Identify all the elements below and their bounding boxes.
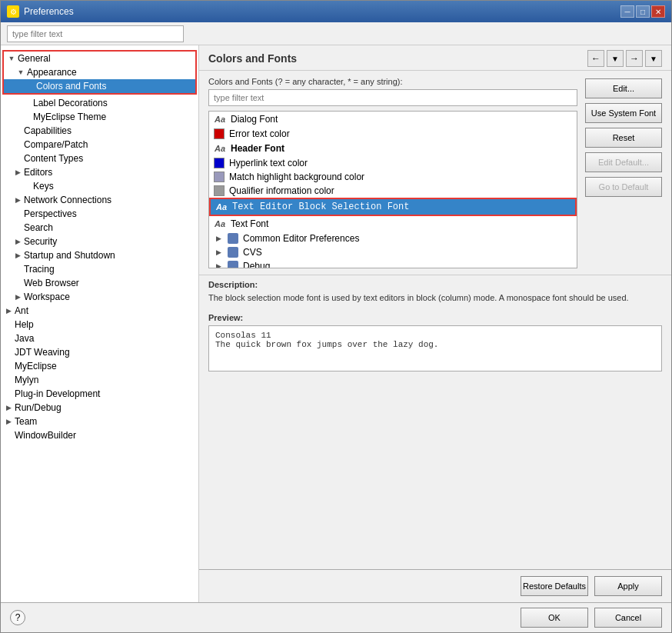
sidebar-filter-input[interactable] <box>7 25 184 42</box>
font-item-label: Debug <box>243 261 270 268</box>
font-item-error-color[interactable]: Error text color <box>209 127 577 141</box>
expand-icon: ▶ <box>4 403 13 412</box>
restore-defaults-button[interactable]: Restore Defaults <box>521 576 588 596</box>
font-item-dialog[interactable]: Aa Dialog Font <box>209 112 577 127</box>
sidebar-item-label: Content Types <box>24 153 83 164</box>
apply-button[interactable]: Apply <box>594 576 662 596</box>
sidebar-item-appearance[interactable]: ▼ Appearance <box>4 65 195 79</box>
font-item-match-highlight[interactable]: Match highlight background color <box>209 170 577 184</box>
title-bar: ⚙ Preferences ─ □ ✕ <box>1 1 671 22</box>
font-type-icon: Aa <box>215 201 228 213</box>
sidebar-item-label: Team <box>15 416 37 427</box>
sidebar-item-mylyn[interactable]: ▶ Mylyn <box>1 373 198 387</box>
maximize-button[interactable]: □ <box>636 5 650 18</box>
panel-body: Colors and Fonts (? = any character, * =… <box>199 71 671 275</box>
font-item-label: CVS <box>243 247 262 258</box>
sidebar-item-plugin-development[interactable]: ▶ Plug-in Development <box>1 387 198 401</box>
fonts-list: Aa Dialog Font Error text color Aa Heade… <box>208 111 577 268</box>
sidebar-item-workspace[interactable]: ▶ Workspace <box>1 290 198 304</box>
group-icon <box>228 233 238 244</box>
expand-icon: ▶ <box>4 417 13 426</box>
cancel-button[interactable]: Cancel <box>594 608 662 628</box>
sidebar-item-label: Compare/Patch <box>24 139 88 150</box>
font-item-qualifier-info[interactable]: Qualifier information color <box>209 184 577 198</box>
font-type-icon: Aa <box>214 113 226 125</box>
dialog-footer: ? OK Cancel <box>1 602 671 632</box>
color-swatch <box>214 158 225 168</box>
description-label: Description: <box>208 280 662 289</box>
sidebar-item-java[interactable]: ▶ Java <box>1 331 198 345</box>
sidebar-item-label: Ant <box>15 305 28 316</box>
minimize-button[interactable]: ─ <box>620 5 634 18</box>
menu-button[interactable]: ▼ <box>645 50 662 67</box>
sidebar-item-keys[interactable]: ▶ Keys <box>1 179 198 193</box>
font-item-common-editor[interactable]: ▶ Common Editor Preferences <box>209 232 577 245</box>
sidebar-item-label: Keys <box>33 181 54 192</box>
sidebar-item-ant[interactable]: ▶ Ant <box>1 304 198 318</box>
group-icon <box>228 247 238 258</box>
sidebar-item-label: Run/Debug <box>15 402 62 413</box>
font-item-cvs[interactable]: ▶ CVS <box>209 245 577 259</box>
spacer <box>199 378 671 569</box>
panel-title: Colors and Fonts <box>208 52 297 65</box>
sidebar-item-perspectives[interactable]: ▶ Perspectives <box>1 207 198 221</box>
sidebar-item-myeclipse[interactable]: ▶ MyEclipse <box>1 359 198 373</box>
sidebar-item-tracing[interactable]: ▶ Tracing <box>1 262 198 276</box>
sidebar-item-security[interactable]: ▶ Security <box>1 235 198 248</box>
font-type-icon: Aa <box>214 142 226 155</box>
forward-button[interactable]: → <box>626 50 643 67</box>
back-button[interactable]: ← <box>587 50 604 67</box>
sidebar-item-startup-shutdown[interactable]: ▶ Startup and Shutdown <box>1 248 198 262</box>
group-icon <box>228 261 238 268</box>
sidebar-item-label: MyEclipse <box>15 361 57 371</box>
edit-default-button[interactable]: Edit Default... <box>585 152 662 172</box>
sidebar-item-label: Appearance <box>27 67 77 78</box>
use-system-font-button[interactable]: Use System Font <box>585 103 662 123</box>
sidebar-item-editors[interactable]: ▶ Editors <box>1 165 198 179</box>
sidebar-item-team[interactable]: ▶ Team <box>1 415 198 428</box>
sidebar-item-label-decorations[interactable]: ▶ Label Decorations <box>1 96 198 110</box>
sidebar-item-general[interactable]: ▼ General <box>4 52 195 65</box>
go-to-default-button[interactable]: Go to Default <box>585 177 662 197</box>
font-item-label: Header Font <box>231 143 284 154</box>
sidebar-item-label: Search <box>24 222 53 233</box>
sidebar-item-content-types[interactable]: ▶ Content Types <box>1 152 198 165</box>
sidebar-item-label: General <box>18 53 51 64</box>
expand-icon: ▶ <box>13 237 22 246</box>
font-item-debug[interactable]: ▶ Debug <box>209 259 577 268</box>
right-panel: Colors and Fonts ← ▼ → ▼ Colors and Font… <box>199 45 671 602</box>
help-button[interactable]: ? <box>10 610 25 625</box>
font-item-header-font[interactable]: Aa Header Font <box>209 141 577 156</box>
main-content: ▼ General ▼ Appearance ▶ Colors and Font… <box>1 45 671 602</box>
font-item-text-font[interactable]: Aa Text Font <box>209 216 577 232</box>
font-item-label: Text Font <box>231 218 268 229</box>
preview-label: Preview: <box>208 313 662 322</box>
dropdown-button[interactable]: ▼ <box>607 50 624 67</box>
sidebar-item-compare-patch[interactable]: ▶ Compare/Patch <box>1 138 198 152</box>
sidebar-item-capabilities[interactable]: ▶ Capabilities <box>1 124 198 138</box>
font-item-label: Match highlight background color <box>229 172 364 182</box>
sidebar-item-windowbuilder[interactable]: ▶ WindowBuilder <box>1 428 198 442</box>
sidebar-item-run-debug[interactable]: ▶ Run/Debug <box>1 401 198 415</box>
font-item-label: Qualifier information color <box>229 185 334 196</box>
sidebar-tree: ▼ General ▼ Appearance ▶ Colors and Font… <box>1 45 199 602</box>
ok-button[interactable]: OK <box>521 608 588 628</box>
font-item-text-editor-block[interactable]: Aa Text Editor Block Selection Font <box>209 198 577 216</box>
sidebar-item-jdt-weaving[interactable]: ▶ JDT Weaving <box>1 345 198 359</box>
sidebar-item-help[interactable]: ▶ Help <box>1 318 198 331</box>
sidebar-item-colors-fonts[interactable]: ▶ Colors and Fonts <box>4 79 195 93</box>
sidebar-item-label: Editors <box>24 167 52 178</box>
sidebar-item-label: Web Browser <box>24 278 79 288</box>
sidebar-item-web-browser[interactable]: ▶ Web Browser <box>1 276 198 290</box>
sidebar-item-myeclipse-theme[interactable]: ▶ MyEclipse Theme <box>1 110 198 124</box>
sidebar-item-label: Mylyn <box>15 375 38 385</box>
font-item-label: Error text color <box>229 128 290 139</box>
sidebar-item-search[interactable]: ▶ Search <box>1 221 198 235</box>
edit-button[interactable]: Edit... <box>585 78 662 98</box>
color-swatch <box>214 172 225 182</box>
colors-fonts-filter-input[interactable] <box>208 89 577 106</box>
reset-button[interactable]: Reset <box>585 128 662 148</box>
sidebar-item-network-connections[interactable]: ▶ Network Connections <box>1 193 198 207</box>
close-button[interactable]: ✕ <box>651 5 665 18</box>
font-item-hyperlink-color[interactable]: Hyperlink text color <box>209 156 577 170</box>
